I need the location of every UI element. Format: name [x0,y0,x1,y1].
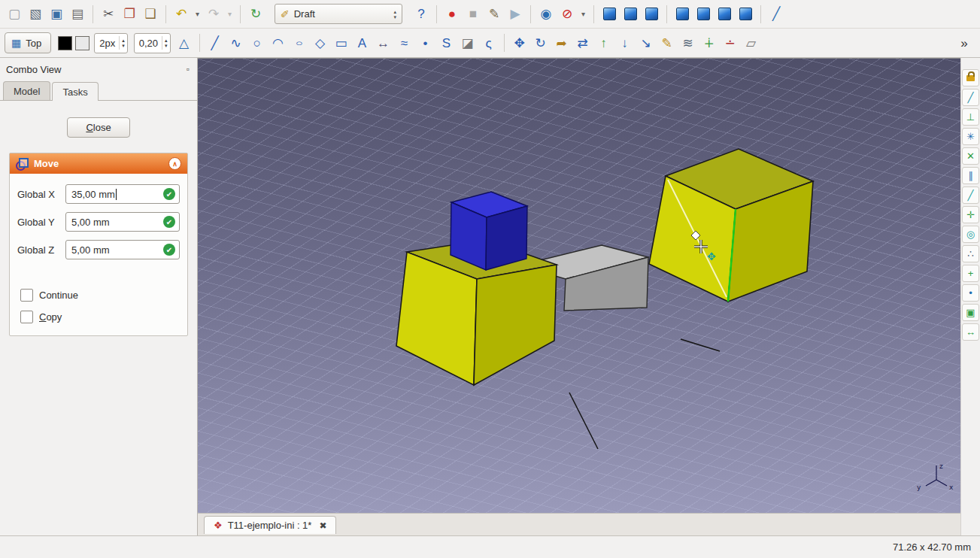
undo-icon[interactable]: ↶ [171,5,191,24]
view-top-icon[interactable] [642,5,661,24]
cut-icon[interactable]: ✂ [99,5,118,24]
checkbox[interactable] [20,311,33,323]
view-bottom-icon[interactable] [715,5,734,24]
refresh-icon[interactable]: ↻ [246,5,265,24]
snap-perpendicular-icon[interactable]: ⊥ [962,108,979,126]
move-cursor-badge-icon: ✥ [707,250,716,262]
macro-record-icon[interactable]: ● [442,5,462,24]
draft-move-icon[interactable]: ✥ [510,33,529,53]
fontsize-spinbox[interactable]: 0,20 [134,33,171,53]
draft-edit-icon[interactable]: ✎ [657,33,677,53]
draft-circle-icon[interactable]: ○ [247,33,267,53]
draft-scale-icon[interactable]: ↘ [636,33,656,53]
draw-style-dropdown-icon[interactable]: ▾ [578,5,588,24]
checkbox-label: Continue [39,290,78,301]
copy-checkbox[interactable]: Copy [20,311,180,323]
snap-intersection-icon[interactable]: ✕ [962,147,979,165]
draft-rectangle-icon[interactable]: ▭ [332,33,351,53]
snap-near-icon[interactable]: ∴ [962,245,979,262]
open-file-icon[interactable]: ▧ [26,5,45,24]
view-right-icon[interactable] [672,5,692,24]
3d-viewport[interactable]: ✥ z x y [198,58,960,513]
tab-close-icon[interactable]: ✖ [319,520,326,531]
snap-dimensions-icon[interactable]: ↔ [962,323,979,341]
redo-icon[interactable]: ↷ [204,5,223,24]
draft-offset-icon[interactable]: ➦ [552,33,572,53]
yellow-cube-right-object[interactable] [649,149,813,302]
checkbox[interactable] [20,289,33,302]
face-color-swatch[interactable] [75,36,90,50]
undo-dropdown-icon[interactable]: ▾ [193,5,202,24]
view-isometric-icon[interactable] [599,5,619,24]
print-icon[interactable]: ▤ [68,5,87,24]
snap-endpoint-icon[interactable]: ╱ [962,89,979,106]
combo-view-detach-icon[interactable]: ▫ [187,64,190,74]
measure-distance-icon[interactable]: ╱ [766,5,786,24]
spinner-arrows-icon[interactable] [162,36,170,50]
macro-execute-icon[interactable]: ▶ [505,5,525,24]
snap-parallel-icon[interactable]: ∥ [962,167,979,184]
draft-shapestring-icon[interactable]: S [437,33,457,53]
snap-lock-icon[interactable] [962,69,979,86]
line-segment[interactable] [681,339,720,351]
spinner-arrows-icon[interactable] [119,36,127,50]
coordinate-input[interactable]: 35,00 mm ✔ [65,184,180,204]
collapse-task-icon[interactable]: ∧ [168,157,181,170]
blue-cube-object[interactable] [451,192,527,270]
line-segment[interactable] [569,393,598,449]
draft-trimex-icon[interactable]: ⇄ [573,33,593,53]
view-left-icon[interactable] [736,5,755,24]
fit-all-icon[interactable]: ◉ [536,5,556,24]
macro-edit-icon[interactable]: ✎ [484,5,504,24]
new-document-icon[interactable]: ▢ [5,5,24,24]
draft-facebinder-icon[interactable]: ◪ [458,33,478,53]
continue-checkbox[interactable]: Continue [20,289,180,302]
snap-extension-icon[interactable]: ╱ [962,187,979,204]
coordinate-input[interactable]: 5,00 mm ✔ [65,240,180,259]
draft-wire-icon[interactable]: ∿ [226,33,246,53]
linewidth-spinbox[interactable]: 2px [94,33,127,53]
draft-delete-point-icon[interactable]: ∸ [721,33,740,53]
snap-special-icon[interactable]: ✛ [962,206,979,223]
draft-point-icon[interactable]: • [416,33,435,53]
draft-ellipse-icon[interactable]: ○ [290,33,309,53]
whats-this-icon[interactable]: ? [411,5,431,24]
snap-working-plane-icon[interactable]: ▣ [962,304,979,321]
save-icon[interactable]: ▣ [47,5,66,24]
draft-dimension-icon[interactable]: ↔ [374,33,393,53]
draft-wire-to-bspline-icon[interactable]: ≋ [678,33,698,53]
draft-upgrade-icon[interactable]: ↑ [594,33,614,53]
draw-style-icon[interactable]: ⊘ [557,5,577,24]
draft-add-point-icon[interactable]: ∔ [699,33,719,53]
paste-icon[interactable]: ❑ [141,5,160,24]
coordinate-input[interactable]: 5,00 mm ✔ [65,212,180,232]
snap-angle-icon[interactable]: ✳ [962,128,979,145]
close-task-button[interactable]: Close [67,117,129,138]
view-rear-icon[interactable] [693,5,713,24]
draft-text-icon[interactable]: A [353,33,372,53]
redo-dropdown-icon[interactable]: ▾ [225,5,235,24]
line-color-swatch[interactable] [58,36,72,50]
workbench-selector[interactable]: ✐ Draft [275,4,402,24]
draft-line-icon[interactable]: ╱ [205,33,225,53]
snap-midpoint-icon[interactable]: • [962,284,979,302]
draft-rotate-icon[interactable]: ↻ [531,33,551,53]
view-front-icon[interactable] [620,5,640,24]
construction-mode-icon[interactable]: △ [174,33,194,53]
macro-stop-icon[interactable]: ■ [463,5,483,24]
tab-model[interactable]: Model [3,81,50,100]
working-plane-button[interactable]: ▦ Top [5,32,51,53]
snap-center-icon[interactable]: ◎ [962,226,979,243]
document-tab[interactable]: ❖ T11-ejemplo-ini : 1* ✖ [204,516,336,534]
draft-shape-2d-view-icon[interactable]: ▱ [742,33,761,53]
toolbar-overflow-icon[interactable]: » [954,33,974,53]
move-task-header[interactable]: Move ∧ [10,153,187,174]
tab-tasks[interactable]: Tasks [52,82,98,101]
draft-downgrade-icon[interactable]: ↓ [615,33,635,53]
draft-bspline-icon[interactable]: ≈ [395,33,414,53]
draft-polygon-icon[interactable]: ◇ [311,33,330,53]
snap-ortho-icon[interactable]: + [962,265,979,282]
copy-icon[interactable]: ❐ [120,5,139,24]
draft-arc-icon[interactable]: ◠ [269,33,288,53]
draft-bezcurve-icon[interactable]: ς [479,33,499,53]
